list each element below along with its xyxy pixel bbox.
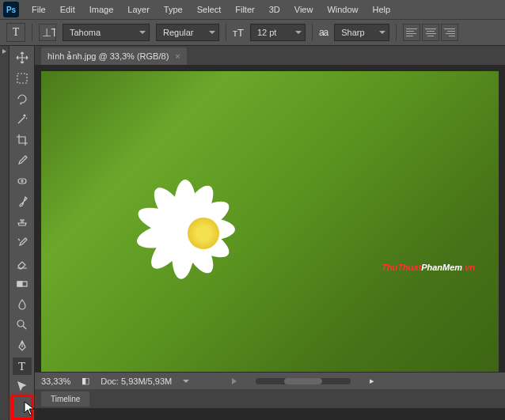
antialias-value: Sharp <box>341 28 364 37</box>
blur-tool[interactable] <box>13 296 32 313</box>
current-tool-indicator[interactable]: T <box>6 23 25 42</box>
chevron-down-icon <box>139 31 146 34</box>
chevron-down-icon[interactable] <box>183 380 189 383</box>
menu-image[interactable]: Image <box>83 2 120 17</box>
font-size-icon: тT <box>233 27 244 39</box>
options-bar: T ⊥T Tahoma Regular тT 12 pt aa Sharp <box>0 19 505 46</box>
svg-rect-1 <box>17 74 27 83</box>
eraser-tool[interactable] <box>13 255 32 272</box>
document-tab-bar: hình ảnh.jpg @ 33,3% (RGB/8) × <box>35 46 505 65</box>
chevron-down-icon <box>379 31 385 34</box>
eyedropper-tool[interactable] <box>13 152 32 169</box>
menu-window[interactable]: Window <box>321 2 364 17</box>
crop-tool[interactable] <box>13 131 32 149</box>
close-icon[interactable]: × <box>175 51 180 61</box>
svg-text:⊥T: ⊥T <box>42 27 56 39</box>
menu-filter[interactable]: Filter <box>229 2 260 17</box>
menu-bar: Ps File Edit Image Layer Type Select Fil… <box>0 0 505 19</box>
workspace: T hình ảnh.jpg @ 33,3% (RGB/8) × <box>0 46 505 420</box>
font-size-value: 12 pt <box>257 28 276 37</box>
document-tab[interactable]: hình ảnh.jpg @ 33,3% (RGB/8) × <box>41 47 187 65</box>
divider <box>312 24 313 41</box>
antialias-icon: aa <box>319 27 328 38</box>
divider <box>32 24 32 41</box>
pen-tool[interactable] <box>13 337 32 354</box>
lasso-tool[interactable] <box>13 90 32 108</box>
svg-point-5 <box>17 320 24 327</box>
font-style-dropdown[interactable]: Regular <box>156 24 219 41</box>
font-family-dropdown[interactable]: Tahoma <box>63 24 150 41</box>
path-selection-tool[interactable] <box>13 378 32 395</box>
timeline-panel-tab[interactable]: Timeline <box>41 392 89 407</box>
doc-info: Doc: 5,93M/5,93M <box>101 376 172 386</box>
align-right-button[interactable] <box>441 24 458 41</box>
menu-file[interactable]: File <box>25 2 52 17</box>
tutorial-highlight <box>11 395 33 420</box>
menu-select[interactable]: Select <box>191 2 228 17</box>
toolbar-expand-rail[interactable] <box>0 46 9 420</box>
dodge-tool[interactable] <box>13 316 32 334</box>
divider <box>396 24 397 41</box>
app-logo: Ps <box>3 2 19 17</box>
divider <box>226 24 226 41</box>
history-brush-tool[interactable] <box>13 234 32 252</box>
menu-view[interactable]: View <box>288 2 320 17</box>
zoom-level[interactable]: 33,33% <box>41 376 70 386</box>
canvas[interactable]: ThuThuatPhanMem.vn <box>41 71 499 372</box>
text-orientation-icon: ⊥T <box>40 25 55 40</box>
preview-icon[interactable]: ◧ <box>82 376 89 386</box>
menu-3d[interactable]: 3D <box>263 2 287 17</box>
chevron-down-icon <box>295 31 302 34</box>
menu-help[interactable]: Help <box>366 2 397 17</box>
tools-panel: T <box>9 46 35 420</box>
play-icon[interactable] <box>232 378 237 384</box>
text-align-group <box>403 24 458 41</box>
antialias-dropdown[interactable]: Sharp <box>334 24 389 41</box>
gradient-tool[interactable] <box>13 275 32 293</box>
font-family-value: Tahoma <box>70 28 101 37</box>
watermark-text: ThuThuatPhanMem.vn <box>382 253 475 275</box>
magic-wand-tool[interactable] <box>13 111 32 128</box>
status-bar: 33,33% ◧ Doc: 5,93M/5,93M ▸ <box>35 372 505 389</box>
scrollbar-thumb[interactable] <box>284 378 322 384</box>
align-center-button[interactable] <box>422 24 439 41</box>
scroll-right-icon[interactable]: ▸ <box>370 376 374 386</box>
canvas-image-content <box>120 142 294 316</box>
chevron-down-icon <box>209 31 215 34</box>
horizontal-scrollbar[interactable] <box>256 378 351 384</box>
font-style-value: Regular <box>163 28 194 37</box>
marquee-tool[interactable] <box>13 70 32 87</box>
align-left-button[interactable] <box>403 24 420 41</box>
canvas-area: hình ảnh.jpg @ 33,3% (RGB/8) × ThuThua <box>35 46 505 420</box>
menu-edit[interactable]: Edit <box>54 2 82 17</box>
font-size-dropdown[interactable]: 12 pt <box>250 24 306 41</box>
brush-tool[interactable] <box>13 193 32 210</box>
svg-rect-4 <box>17 282 22 286</box>
document-tab-title: hình ảnh.jpg @ 33,3% (RGB/8) <box>47 51 169 62</box>
menu-type[interactable]: Type <box>158 2 189 17</box>
healing-brush-tool[interactable] <box>13 172 32 190</box>
clone-stamp-tool[interactable] <box>13 214 32 231</box>
type-tool-icon: T <box>18 360 25 373</box>
chevron-right-icon <box>2 49 6 54</box>
menu-layer[interactable]: Layer <box>121 2 156 17</box>
type-tool[interactable]: T <box>13 358 32 375</box>
move-tool[interactable] <box>13 49 32 66</box>
text-orientation-toggle[interactable]: ⊥T <box>39 24 56 41</box>
panel-tab-bar: Timeline <box>35 389 505 408</box>
